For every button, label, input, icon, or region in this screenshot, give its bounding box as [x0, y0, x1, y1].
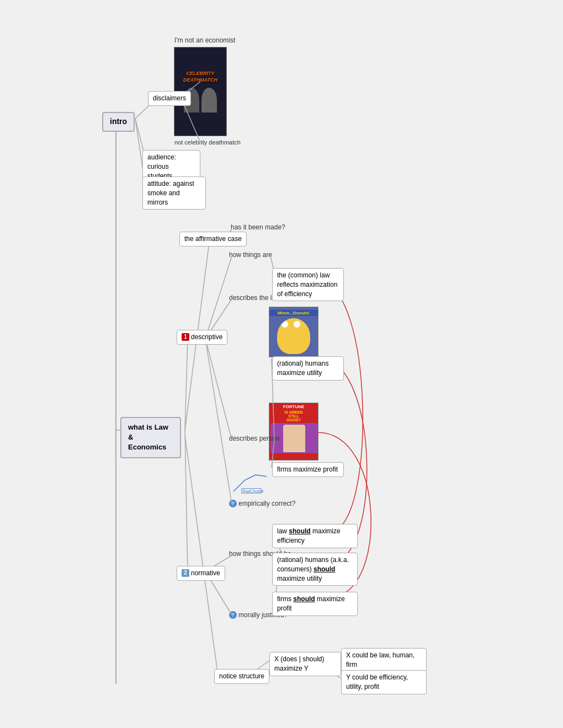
svg-line-11	[185, 430, 188, 571]
svg-line-14	[205, 256, 232, 339]
fortune-image: FORTUNE IS GREEDSTILLGOOD?	[269, 403, 318, 461]
disclaimers-node: disclaimers	[148, 91, 191, 106]
svg-line-12	[185, 436, 218, 676]
rat-choice-chart: RatChoice	[231, 472, 272, 494]
homer-image: Mmm...Donuts!	[269, 307, 318, 357]
intro-node: intro	[102, 112, 135, 132]
law-should-bold: should	[289, 527, 310, 535]
y-could-be-node: Y could be efficiency, utility, profit	[341, 670, 427, 694]
firms-should-bold: should	[293, 595, 315, 603]
celebrity-text: CELEBRITYDEATHMATCH	[183, 71, 217, 83]
descriptive-badge: 1	[182, 333, 189, 341]
mindmap-container: intro disclaimers I'm not an economist C…	[0, 0, 563, 728]
not-celebrity-caption: not celebrity deathmatch	[174, 139, 241, 146]
notice-structure-node: notice structure	[214, 669, 269, 684]
rational-humans-node: (rational) humans maximize utility	[272, 356, 344, 381]
affirmative-node: the affirmative case	[179, 232, 247, 247]
attitude-node: attitude: against smoke and mirrors	[142, 176, 206, 210]
firms-should-node: firms should maximize profit	[272, 592, 358, 616]
what-is-node: what is Law & Economics	[120, 417, 181, 458]
normative-node: 2 normative	[177, 566, 225, 581]
humans-should-bold: should	[314, 565, 335, 573]
common-law-node: the (common) law reflects maximzation of…	[272, 268, 344, 301]
svg-line-17	[205, 339, 232, 505]
describes-person-text: describes person	[229, 435, 279, 442]
disclaimers-label: disclaimers	[153, 94, 186, 102]
svg-line-16	[205, 339, 232, 440]
svg-text:RatChoice: RatChoice	[243, 489, 264, 494]
morally-question-badge: ?	[229, 611, 237, 619]
svg-line-10	[185, 339, 188, 430]
not-economist-text: I'm not an economist	[174, 36, 235, 44]
empirically-text: ? empirically correct?	[229, 500, 295, 507]
x-does-should-node: X (does | should) maximize Y	[269, 652, 341, 676]
how-things-are-text: how things are	[229, 251, 272, 259]
descriptive-node: 1 descriptive	[177, 330, 227, 345]
homer-text: Mmm...Donuts!	[269, 310, 318, 316]
empirically-question-badge: ?	[229, 500, 237, 507]
has-been-made-text: has it been made?	[231, 223, 285, 231]
firms-profit-node: firms maximize profit	[272, 462, 344, 477]
x-could-be-node: X could be law, human, firm	[341, 648, 427, 672]
law-should-node: law should maximize efficiency	[272, 524, 358, 548]
normative-badge: 2	[182, 569, 189, 577]
humans-should-node: (rational) humans (a.k.a. consumers) sho…	[272, 553, 358, 586]
intro-label: intro	[110, 117, 127, 126]
